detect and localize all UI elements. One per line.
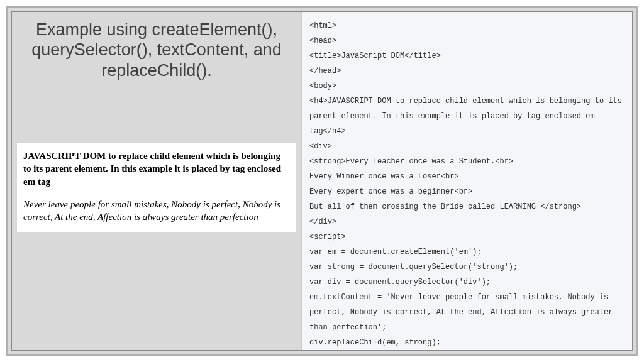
left-panel: Example using createElement(), querySele… [12,12,301,350]
code-line: <head> [309,36,336,45]
code-line: <h4>JAVASCRIPT DOM to replace child elem… [309,97,626,136]
slide-title: Example using createElement(), querySele… [23,19,290,80]
output-em-text: Never leave people for small mistakes, N… [23,198,290,224]
output-heading: JAVASCRIPT DOM to replace child element … [23,150,290,188]
code-line: em.textContent = 'Never leave people for… [309,293,618,332]
slide-inner-frame: Example using createElement(), querySele… [11,11,633,351]
code-line: <strong>Every Teacher once was a Student… [309,157,513,166]
code-line: Every expert once was a beginner<br> [309,187,472,196]
code-line: <div> [309,142,332,151]
code-line: </head> [309,67,341,75]
code-line: <title>JavaScript DOM</title> [309,52,441,60]
code-panel: <html> <head> <title>JavaScript DOM</tit… [301,12,632,350]
code-line: var em = document.createElement('em'); [309,248,482,256]
code-line: <html> [309,21,336,30]
rendered-output-box: JAVASCRIPT DOM to replace child element … [17,143,296,232]
code-line: <body> [309,82,336,90]
code-line: var strong = document.querySelector('str… [309,263,518,272]
slide-outer-frame: Example using createElement(), querySele… [6,6,638,356]
code-line: But all of them crossing the Bride calle… [309,202,581,211]
code-line: </div> [309,217,336,226]
code-line: var div = document.querySelector('div'); [309,278,491,287]
code-line: Every Winner once was a Loser<br> [309,172,459,181]
code-line: div.replaceChild(em, strong); [309,338,441,347]
code-line: <script> [309,233,346,241]
